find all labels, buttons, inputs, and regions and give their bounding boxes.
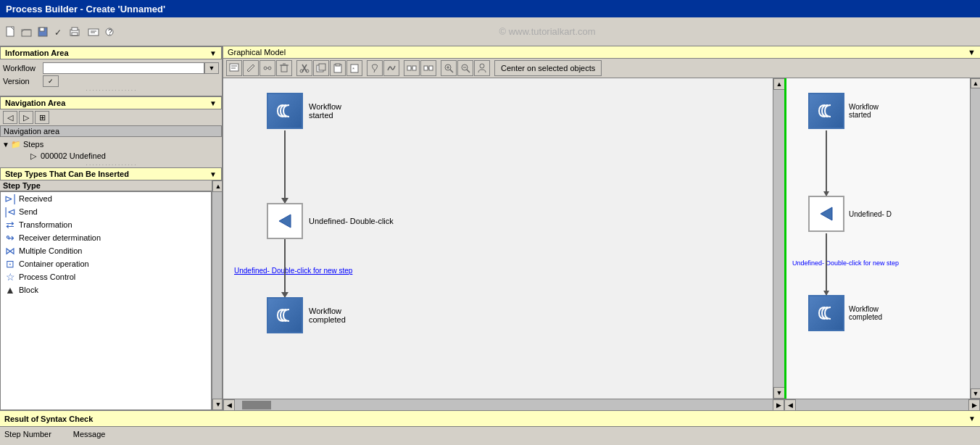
nav-back-btn[interactable]: ◁ [3,111,17,124]
preview-end-label: Workflowcompleted [849,305,882,321]
receiver-icon: ↬ [4,233,17,243]
tool-connect-in[interactable] [404,60,420,76]
preview-hscroll: ◀ ▶ [784,399,980,411]
wf-start-box[interactable] [267,93,303,129]
step-type-transformation[interactable]: ⇄ Transformation [1,218,211,231]
canvas-hscroll-track [235,399,773,411]
tool-edit[interactable] [243,60,259,76]
step-type-label-container: Container operation [19,259,89,268]
graphical-model-title: Graphical Model [228,48,286,57]
svg-rect-36 [429,66,433,70]
canvas-scroll-up[interactable]: ▲ [773,78,785,90]
syntax-check-bar: Result of Syntax Check ▼ [0,410,980,426]
info-resize-handle[interactable]: · · · · · · · · · · · · · · · · [3,88,219,93]
message-label: Message [73,430,106,438]
tool-connect-out[interactable] [420,60,436,76]
step-type-col-label: Step Type [3,181,41,190]
tool-person[interactable] [474,60,490,76]
preview-scroll-up[interactable]: ▲ [971,78,980,88]
svg-rect-29 [336,64,340,66]
center-selected-button[interactable]: Center on selected objects [494,60,602,76]
toolbar-check-icon[interactable]: ✓ [51,25,66,39]
svg-line-43 [467,70,470,72]
wf-step-box[interactable] [267,203,303,239]
nav-tree-header: Navigation area [0,125,222,137]
step-type-label-condition: Multiple Condition [19,246,82,255]
step-types-list: ⊳| Received |⊲ Send ⇄ Transformation ↬ [0,191,212,410]
new-step-link[interactable]: Undefined- Double-click for new step [234,267,352,275]
tool-zoom-in[interactable] [441,60,457,76]
canvas-hscroll-right[interactable]: ▶ [773,399,784,411]
step-type-process[interactable]: ☆ Process Control [1,270,211,283]
preview-hscroll-track [796,399,968,411]
preview-start-label: Workflowstarted [849,103,879,119]
toolbar-icon6[interactable] [86,25,101,39]
canvas-scroll-down[interactable]: ▼ [773,387,785,399]
nav-overview-btn[interactable]: ⊞ [35,111,49,124]
workflow-input[interactable] [43,62,204,74]
svg-point-19 [268,67,271,70]
svg-point-45 [480,64,484,68]
svg-rect-33 [412,66,416,70]
wf-end-box[interactable] [267,297,303,333]
tool-copy[interactable] [313,60,329,76]
step-type-send[interactable]: |⊲ Send [1,205,211,218]
tool-link[interactable] [259,60,275,76]
tree-item-steps[interactable]: ▼ 📁 Steps [1,138,220,150]
toolbar-new-icon[interactable] [4,25,18,39]
preview-end-box [808,295,844,331]
wf-step-label: Undefined- Double-click [309,217,394,225]
info-area-collapse[interactable]: ▼ [209,49,217,57]
step-types-scroll-up[interactable]: ▲ [212,180,222,192]
step-type-condition[interactable]: ⋈ Multiple Condition [1,244,211,257]
step-types-header: Step Types That Can Be Inserted ▼ [0,167,222,180]
workflow-row: Workflow ▼ [3,62,219,74]
step-types-title: Step Types That Can Be Inserted [5,170,129,178]
step-types-scroll-down[interactable]: ▼ [212,399,222,410]
canvas-hscroll-left[interactable]: ◀ [223,399,235,411]
step-type-receiver[interactable]: ↬ Receiver determination [1,231,211,244]
toolbar-save-icon[interactable] [36,25,50,39]
step-types-collapse[interactable]: ▼ [209,170,217,178]
tool-pointer[interactable] [226,60,242,76]
step-type-label-transformation: Transformation [19,220,72,229]
nav-forward-btn[interactable]: ▷ [19,111,33,124]
syntax-check-collapse[interactable]: ▼ [968,415,976,423]
version-row: Version ✓ [3,75,219,87]
svg-line-17 [247,70,249,72]
step-type-block[interactable]: ▲ Block [1,283,211,296]
nav-area: Navigation Area ▼ ◁ ▷ ⊞ Navigation area … [0,96,222,167]
toolbar-icon7[interactable]: ? [102,25,117,39]
toolbar-print-icon[interactable] [67,25,82,39]
canvas-toolbar: * [223,59,980,78]
tool-zoom-out[interactable] [457,60,473,76]
graphical-model-collapse[interactable]: ▼ [968,48,976,57]
tree-item-undefined[interactable]: ▷ 000002 Undefined [1,150,220,162]
version-dropdown[interactable]: ✓ [43,75,59,87]
step-type-container[interactable]: ⊡ Container operation [1,257,211,270]
step-type-label-receiver: Receiver determination [19,233,101,242]
tool-cut[interactable] [296,60,312,76]
step-type-received[interactable]: ⊳| Received [1,192,211,205]
canvas-vscroll: ▲ ▼ [773,78,784,399]
folder-icon: 📁 [10,139,22,149]
canvas-main[interactable]: Workflowstarted Undefined- Double- [223,78,773,399]
tree-label-undefined: 000002 Undefined [41,151,106,160]
tool-sep5 [491,60,494,76]
workflow-dropdown[interactable]: ▼ [204,62,219,74]
preview-start-box [808,93,844,129]
tool-freeform[interactable] [383,60,399,76]
svg-rect-32 [407,66,411,70]
svg-rect-27 [319,64,325,70]
tool-paste[interactable] [330,60,346,76]
tool-delete[interactable] [276,60,292,76]
preview-hscroll-right[interactable]: ▶ [968,399,980,411]
tool-lasso[interactable] [367,60,383,76]
toolbar-open-icon[interactable] [20,25,34,39]
canvas-hscroll-thumb[interactable] [242,401,271,409]
title-bar: Process Builder - Create 'Unnamed' [0,0,980,17]
nav-area-collapse[interactable]: ▼ [209,99,217,107]
tool-special[interactable]: * [346,60,362,76]
preview-hscroll-left[interactable]: ◀ [784,399,796,411]
preview-scroll-down[interactable]: ▼ [971,388,980,399]
